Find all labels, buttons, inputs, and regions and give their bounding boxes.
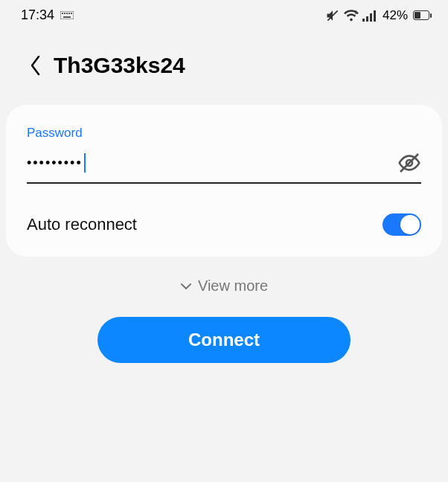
password-field[interactable]: ••••••••• [27, 151, 421, 184]
status-right: 6 42% [325, 8, 432, 23]
back-icon[interactable] [28, 55, 43, 76]
auto-reconnect-toggle[interactable] [383, 213, 421, 236]
keyboard-icon [60, 11, 74, 19]
status-bar: 17:34 6 42% [0, 0, 448, 30]
svg-rect-6 [63, 16, 71, 18]
chevron-down-icon [180, 282, 192, 291]
svg-rect-12 [374, 10, 376, 22]
password-label: Password [27, 126, 421, 141]
svg-rect-10 [366, 16, 368, 22]
view-more-label: View more [198, 277, 268, 295]
password-value: ••••••••• [27, 153, 86, 173]
view-more-button[interactable]: View more [0, 277, 448, 295]
svg-text:6: 6 [354, 10, 357, 15]
svg-rect-4 [68, 13, 70, 14]
text-cursor [84, 153, 86, 173]
svg-rect-2 [64, 13, 65, 14]
auto-reconnect-row: Auto reconnect [27, 213, 421, 236]
battery-icon [411, 10, 432, 20]
battery-percent: 42% [383, 8, 408, 23]
toggle-knob [400, 215, 420, 234]
eye-off-icon[interactable] [397, 151, 421, 175]
svg-rect-11 [370, 13, 372, 22]
svg-rect-1 [62, 13, 63, 14]
header: Th3G33ks24 [0, 30, 448, 99]
mute-icon [325, 8, 340, 23]
signal-icon [362, 10, 377, 22]
page-title: Th3G33ks24 [54, 53, 185, 78]
svg-rect-3 [66, 13, 68, 14]
svg-rect-9 [362, 19, 365, 22]
wifi-form-card: Password ••••••••• Auto reconnect [6, 105, 442, 257]
svg-rect-0 [60, 11, 74, 19]
status-left: 17:34 [21, 7, 74, 23]
svg-rect-5 [71, 13, 72, 14]
status-time: 17:34 [21, 7, 54, 23]
wifi-icon: 6 [343, 9, 359, 22]
connect-button[interactable]: Connect [97, 317, 351, 363]
auto-reconnect-label: Auto reconnect [27, 215, 137, 234]
password-masked-text: ••••••••• [27, 155, 83, 171]
